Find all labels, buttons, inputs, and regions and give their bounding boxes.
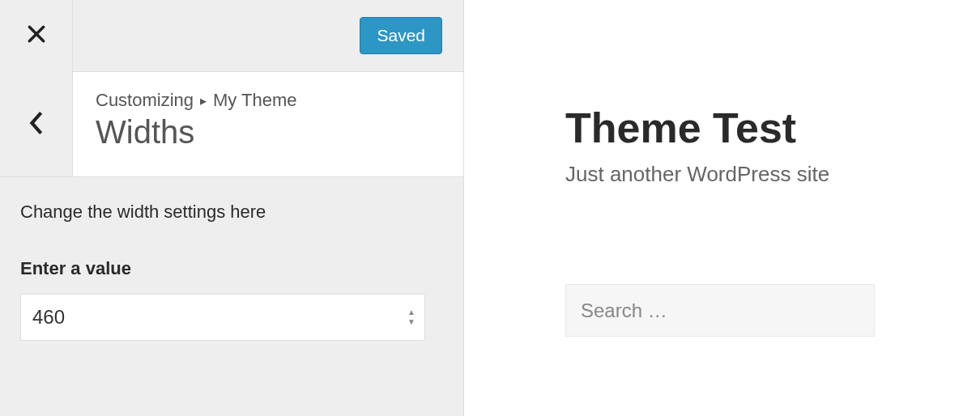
width-field-label: Enter a value (20, 258, 443, 279)
number-spinner: ▲ ▼ (406, 308, 417, 326)
close-customizer-button[interactable] (0, 0, 73, 72)
saved-button[interactable]: Saved (360, 17, 442, 54)
customizer-topbar: Saved (0, 0, 463, 72)
breadcrumb-parent: My Theme (213, 90, 297, 111)
site-title[interactable]: Theme Test (565, 104, 980, 152)
section-header: Customizing ▸ My Theme Widths (0, 72, 463, 177)
spinner-down-button[interactable]: ▼ (406, 318, 417, 326)
breadcrumb-path: Customizing ▸ My Theme (96, 90, 441, 111)
chevron-left-icon (29, 112, 44, 138)
site-preview: Theme Test Just another WordPress site (464, 0, 980, 416)
breadcrumb-prefix: Customizing (96, 90, 194, 111)
site-tagline: Just another WordPress site (565, 162, 980, 187)
back-button[interactable] (0, 72, 73, 176)
section-description: Change the width settings here (20, 202, 443, 223)
close-icon (26, 23, 47, 48)
customizer-sidebar: Saved Customizing ▸ My Theme Widths Chan… (0, 0, 464, 416)
breadcrumb: Customizing ▸ My Theme Widths (73, 72, 463, 176)
search-input[interactable] (565, 284, 875, 337)
width-input-wrap: ▲ ▼ (20, 294, 425, 341)
chevron-up-icon: ▲ (407, 308, 415, 316)
section-body: Change the width settings here Enter a v… (0, 177, 463, 365)
spinner-up-button[interactable]: ▲ (406, 308, 417, 316)
section-title: Widths (96, 112, 441, 151)
chevron-right-icon: ▸ (200, 93, 207, 108)
save-status-wrap: Saved (73, 17, 463, 54)
chevron-down-icon: ▼ (407, 318, 415, 326)
width-input[interactable] (20, 294, 425, 341)
